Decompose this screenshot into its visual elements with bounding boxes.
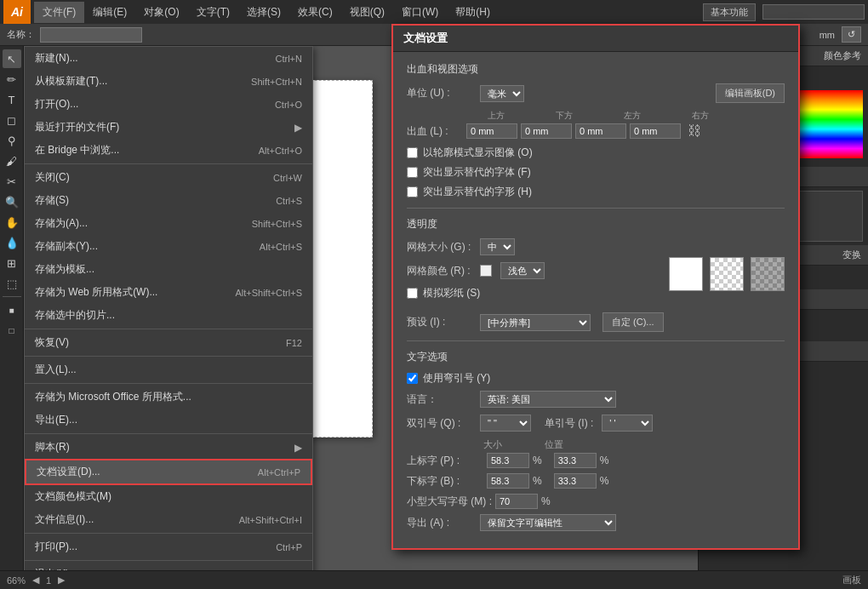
status-nav-prev[interactable]: ◀: [32, 575, 39, 586]
bleed-top-header: 上方: [466, 110, 526, 122]
menu-file-info[interactable]: 文件信息(I)... Alt+Shift+Ctrl+I: [25, 508, 312, 531]
menu-open[interactable]: 打开(O)... Ctrl+O: [25, 93, 312, 116]
small-caps-row: 小型大写字母 (M) : %: [407, 494, 785, 509]
sep4: [25, 383, 312, 384]
left-toolbox: ↖ ✏ T ◻ ⚲ 🖌 ✂ 🔍 ✋ 💧 ⊞ ⬚ ■ □: [0, 46, 24, 570]
menu-save-copy[interactable]: 存储副本(Y)... Alt+Ctrl+S: [25, 235, 312, 258]
tool-mesh[interactable]: ⊞: [3, 254, 21, 272]
bleed-bottom-input[interactable]: [521, 123, 572, 139]
menu-item-effect[interactable]: 效果(C): [289, 2, 341, 23]
bleed-header-row: 上方 下方 左方 右方: [466, 110, 785, 122]
menu-save-web[interactable]: 存储为 Web 所用格式(W)... Alt+Shift+Ctrl+S: [25, 281, 312, 304]
tool-paint[interactable]: 🖌: [3, 152, 21, 170]
subscript-pos-pct: %: [600, 475, 609, 487]
menu-item-window[interactable]: 窗口(W): [393, 2, 447, 23]
menu-scripts[interactable]: 脚本(R) ▶: [25, 436, 312, 459]
menu-doc-setup[interactable]: 文档设置(D)... Alt+Ctrl+P: [25, 459, 312, 485]
menu-bridge[interactable]: 在 Bridge 中浏览... Alt+Ctrl+O: [25, 139, 312, 162]
highlight-glyph-checkbox[interactable]: [407, 186, 418, 197]
superscript-pos-input[interactable]: [554, 453, 597, 468]
menu-print[interactable]: 打印(P)... Ctrl+P: [25, 535, 312, 558]
tool-type[interactable]: T: [3, 90, 21, 109]
checkbox-highlight-glyph: 突出显示替代的字形 (H): [407, 185, 785, 199]
rotate-button[interactable]: ↺: [842, 26, 861, 43]
menu-color-mode[interactable]: 文档颜色模式(M): [25, 485, 312, 508]
menu-close[interactable]: 关闭(C) Ctrl+W: [25, 166, 312, 189]
small-caps-input[interactable]: [495, 494, 538, 509]
export-select[interactable]: 保留文字可编辑性: [480, 514, 616, 531]
menu-new[interactable]: 新建(N)... Ctrl+N: [25, 47, 312, 70]
menu-item-select[interactable]: 选择(S): [238, 2, 289, 23]
tool-screen[interactable]: □: [3, 321, 21, 340]
status-nav-next[interactable]: ▶: [58, 575, 65, 586]
language-select[interactable]: 英语: 美国: [480, 391, 616, 408]
small-caps-pct: %: [541, 495, 551, 507]
file-dropdown-menu: 新建(N)... Ctrl+N 从模板新建(T)... Shift+Ctrl+N…: [24, 46, 313, 570]
menu-item-file[interactable]: 文件(F): [34, 2, 84, 23]
preset-select[interactable]: [中分辨率] [低分辨率] [高分辨率]: [480, 314, 591, 331]
subscript-size-pct: %: [533, 475, 542, 487]
superscript-row: 上标字 (P) : % %: [407, 453, 785, 468]
artboard-name-input[interactable]: [40, 27, 142, 43]
menu-item-view[interactable]: 视图(Q): [341, 2, 393, 23]
subscript-size-input[interactable]: [487, 473, 529, 489]
menu-save[interactable]: 存储(S) Ctrl+S: [25, 189, 312, 212]
tool-select[interactable]: ↖: [3, 49, 21, 68]
menu-save-as[interactable]: 存储为(A)... Shift+Ctrl+S: [25, 212, 312, 235]
search-input[interactable]: [762, 4, 865, 20]
menu-item-edit[interactable]: 编辑(E): [84, 2, 135, 23]
menu-revert[interactable]: 恢复(V) F12: [25, 331, 312, 354]
highlight-font-label: 突出显示替代的字体 (F): [423, 165, 531, 180]
subscript-pos-input[interactable]: [554, 473, 597, 489]
bleed-right-input[interactable]: [630, 123, 681, 139]
menu-item-object[interactable]: 对象(O): [135, 2, 187, 23]
menu-export[interactable]: 导出(E)...: [25, 409, 312, 432]
menu-save-slice[interactable]: 存储选中的切片...: [25, 304, 312, 327]
bleed-left-input[interactable]: [575, 123, 626, 139]
dialog-title: 文档设置: [393, 26, 798, 52]
menu-recent[interactable]: 最近打开的文件(F) ▶: [25, 116, 312, 139]
menu-place[interactable]: 置入(L)...: [25, 358, 312, 381]
tool-fill[interactable]: ■: [3, 300, 21, 319]
bleed-fields: ⛓: [466, 123, 785, 139]
custom-button[interactable]: 自定 (C)...: [602, 312, 664, 332]
menu-item-type[interactable]: 文字(T): [188, 2, 238, 23]
menu-save-template[interactable]: 存储为模板...: [25, 258, 312, 281]
sep6: [25, 533, 312, 534]
menu-save-office[interactable]: 存储为 Microsoft Office 所用格式...: [25, 386, 312, 409]
superscript-size-input[interactable]: [487, 453, 529, 468]
tool-hand[interactable]: ✋: [3, 213, 21, 232]
double-quote-select[interactable]: " ": [480, 415, 531, 432]
use-quotes-checkbox[interactable]: [407, 373, 418, 384]
workspace-button[interactable]: 基本功能: [703, 3, 756, 21]
grid-size-select[interactable]: 中 小 大: [480, 238, 515, 255]
tool-pen[interactable]: ✏: [3, 70, 21, 89]
tool-blend[interactable]: ⬚: [3, 274, 21, 293]
highlight-font-checkbox[interactable]: [407, 167, 418, 178]
edit-canvas-button[interactable]: 编辑画板(D): [716, 83, 785, 103]
superscript-pos-pct: %: [600, 455, 609, 466]
size-position-header: 大小 位置: [483, 438, 785, 451]
single-quote-select[interactable]: ' ': [602, 415, 653, 432]
tool-zoom[interactable]: 🔍: [3, 192, 21, 211]
menu-item-help[interactable]: 帮助(H): [447, 2, 499, 23]
tool-shape[interactable]: ◻: [3, 111, 21, 129]
language-label: 语言：: [407, 392, 475, 407]
unit-select[interactable]: 毫米 像素 英寸 厘米: [480, 85, 524, 102]
subscript-label: 下标字 (B) :: [407, 474, 483, 489]
quotes-row: 双引号 (Q) : " " 单引号 (I) : ' ': [407, 415, 785, 432]
sep5: [25, 433, 312, 434]
sep7: [25, 560, 312, 561]
simulate-paper-checkbox[interactable]: [407, 288, 418, 299]
menu-quit[interactable]: 退出(X) Ctrl+Q: [25, 563, 312, 570]
menu-new-from-template[interactable]: 从模板新建(T)... Shift+Ctrl+N: [25, 70, 312, 93]
tool-scissors[interactable]: ✂: [3, 172, 21, 191]
sep1: [25, 163, 312, 164]
outline-mode-checkbox[interactable]: [407, 147, 418, 158]
grid-color-select[interactable]: 浅色 深色: [500, 262, 545, 279]
tool-transform[interactable]: ⚲: [3, 131, 21, 150]
bleed-top-input[interactable]: [466, 123, 517, 139]
export-row: 导出 (A) : 保留文字可编辑性: [407, 514, 785, 531]
tool-eyedropper[interactable]: 💧: [3, 233, 21, 252]
grid-size-controls: 网格大小 (G) : 中 小 大 网格颜色 (R) : 浅色 深色: [407, 238, 669, 306]
